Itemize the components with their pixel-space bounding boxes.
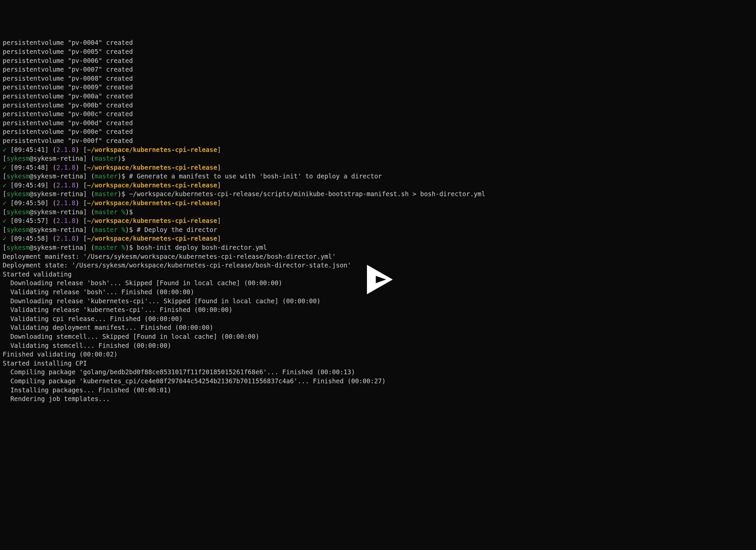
prompt-version: 2.1.8 — [56, 199, 75, 207]
prompt-dirty-flag: % — [118, 244, 125, 251]
output-text: persistentvolume "pv-0006" created — [3, 57, 133, 64]
prompt-host: sykesm-retina — [33, 226, 83, 233]
terminal-line: Validating stemcell... Finished (00:00:0… — [3, 341, 753, 350]
output-text: Rendering job templates... — [3, 395, 110, 402]
terminal-line: persistentvolume "pv-000c" created — [3, 109, 753, 119]
prompt-path: ~/workspace/kubernetes-cpi-release — [87, 164, 217, 171]
prompt-dollar: $ — [122, 172, 129, 180]
output-text: persistentvolume "pv-000b" created — [3, 101, 133, 109]
terminal-line: Compiling package 'golang/bedb2bd0f88ce8… — [3, 368, 753, 377]
prompt-version: 2.1.8 — [56, 217, 75, 224]
prompt-branch: master — [95, 155, 118, 162]
prompt-host: sykesm-retina — [33, 155, 83, 162]
terminal-line: persistentvolume "pv-0007" created — [3, 65, 753, 74]
output-text: Downloading stemcell... Skipped [Found i… — [3, 333, 259, 340]
prompt-host: sykesm-retina — [33, 244, 83, 251]
prompt-path: ~/workspace/kubernetes-cpi-release — [87, 217, 217, 224]
check-icon: ✓ — [3, 217, 10, 224]
terminal-line: ✓ [09:45:50] (2.1.8) [~/workspace/kubern… — [3, 199, 753, 208]
output-text: Deployment manifest: '/Users/sykesm/work… — [3, 253, 336, 260]
terminal-line: persistentvolume "pv-000a" created — [3, 92, 753, 101]
terminal-line: persistentvolume "pv-0006" created — [3, 56, 753, 65]
output-text: Started installing CPI — [3, 360, 87, 367]
output-text: Validating deployment manifest... Finish… — [3, 324, 213, 331]
output-text: Deployment state: '/Users/sykesm/workspa… — [3, 261, 351, 269]
prompt-user: sykesm — [6, 190, 29, 198]
prompt-path: ~/workspace/kubernetes-cpi-release — [87, 181, 217, 189]
terminal-line: persistentvolume "pv-0008" created — [3, 74, 753, 83]
terminal-line: [sykesm@sykesm-retina] (master)$ — [3, 154, 753, 163]
terminal-line: ✓ [09:45:41] (2.1.8) [~/workspace/kubern… — [3, 145, 753, 154]
prompt-dollar: $ — [122, 155, 129, 162]
prompt-branch: master — [95, 208, 118, 216]
prompt-dollar: $ — [129, 208, 137, 216]
prompt-dollar: $ — [122, 190, 129, 198]
play-button[interactable] — [360, 243, 396, 307]
output-text: Compiling package 'golang/bedb2bd0f88ce8… — [3, 368, 355, 376]
terminal-line: persistentvolume "pv-000e" created — [3, 127, 753, 136]
output-text: Validating cpi release... Finished (00:0… — [3, 315, 183, 322]
prompt-user: sykesm — [6, 155, 29, 162]
output-text: persistentvolume "pv-0009" created — [3, 83, 133, 91]
prompt-dollar: $ — [129, 226, 137, 233]
terminal-line: persistentvolume "pv-000f" created — [3, 136, 753, 145]
output-text: persistentvolume "pv-0005" created — [3, 48, 133, 55]
play-icon — [360, 261, 396, 298]
check-icon: ✓ — [3, 146, 10, 153]
terminal-line: persistentvolume "pv-0004" created — [3, 38, 753, 47]
check-icon: ✓ — [3, 235, 10, 242]
terminal-output: persistentvolume "pv-0004" createdpersis… — [3, 38, 753, 403]
prompt-time: [09:45:50] — [10, 199, 53, 207]
output-text: Validating release 'bosh'... Finished (0… — [3, 288, 194, 296]
terminal-line: Compiling package 'kubernetes_cpi/ce4e08… — [3, 377, 753, 386]
prompt-dirty-flag: % — [118, 208, 125, 216]
terminal-line: ✓ [09:45:58] (2.1.8) [~/workspace/kubern… — [3, 234, 753, 243]
prompt-host: sykesm-retina — [33, 208, 83, 216]
terminal-line: Installing packages... Finished (00:00:0… — [3, 386, 753, 395]
terminal-line: Downloading stemcell... Skipped [Found i… — [3, 332, 753, 341]
output-text: persistentvolume "pv-0007" created — [3, 66, 133, 73]
terminal-line: [sykesm@sykesm-retina] (master %)$ — [3, 208, 753, 217]
check-icon: ✓ — [3, 164, 10, 171]
check-icon: ✓ — [3, 199, 10, 207]
check-icon: ✓ — [3, 181, 10, 189]
prompt-user: sykesm — [6, 226, 29, 233]
prompt-path: ~/workspace/kubernetes-cpi-release — [87, 199, 217, 207]
terminal-line: persistentvolume "pv-0005" created — [3, 47, 753, 56]
terminal-line: ✓ [09:45:48] (2.1.8) [~/workspace/kubern… — [3, 163, 753, 172]
prompt-dirty-flag: % — [118, 226, 125, 233]
terminal-line: Validating deployment manifest... Finish… — [3, 323, 753, 332]
output-text: persistentvolume "pv-0004" created — [3, 39, 133, 46]
output-text: Validating release 'kubernetes-cpi'... F… — [3, 306, 232, 313]
prompt-path: ~/workspace/kubernetes-cpi-release — [87, 146, 217, 153]
terminal-line: persistentvolume "pv-000b" created — [3, 101, 753, 110]
output-text: persistentvolume "pv-0008" created — [3, 75, 133, 82]
terminal-line: [sykesm@sykesm-retina] (master)$ # Gener… — [3, 172, 753, 181]
prompt-time: [09:45:49] — [10, 181, 53, 189]
prompt-time: [09:45:41] — [10, 146, 53, 153]
command-text: bosh-init deploy bosh-director.yml — [137, 244, 267, 251]
prompt-version: 2.1.8 — [56, 181, 75, 189]
output-text: Validating stemcell... Finished (00:00:0… — [3, 342, 171, 349]
terminal-line: [sykesm@sykesm-retina] (master)$ ~/works… — [3, 189, 753, 199]
terminal-line: ✓ [09:45:49] (2.1.8) [~/workspace/kubern… — [3, 181, 753, 190]
output-text: persistentvolume "pv-000f" created — [3, 137, 133, 144]
prompt-path: ~/workspace/kubernetes-cpi-release — [87, 235, 217, 242]
output-text: Downloading release 'kubernetes-cpi'... … — [3, 297, 320, 305]
terminal-line: Validating cpi release... Finished (00:0… — [3, 314, 753, 323]
terminal-line: Rendering job templates... — [3, 394, 753, 403]
prompt-time: [09:45:57] — [10, 217, 53, 224]
prompt-version: 2.1.8 — [56, 146, 75, 153]
command-text: # Generate a manifest to use with 'bosh-… — [129, 172, 382, 180]
output-text: Installing packages... Finished (00:00:0… — [3, 386, 171, 394]
prompt-version: 2.1.8 — [56, 235, 75, 242]
prompt-user: sykesm — [6, 244, 29, 251]
terminal-line: ✓ [09:45:57] (2.1.8) [~/workspace/kubern… — [3, 216, 753, 225]
terminal-line: [sykesm@sykesm-retina] (master %)$ # Dep… — [3, 225, 753, 234]
output-text: persistentvolume "pv-000d" created — [3, 119, 133, 127]
terminal-line: Finished validating (00:00:02) — [3, 350, 753, 359]
command-text: ~/workspace/kubernetes-cpi-release/scrip… — [129, 190, 485, 198]
prompt-user: sykesm — [6, 208, 29, 216]
prompt-host: sykesm-retina — [33, 172, 83, 180]
prompt-host: sykesm-retina — [33, 190, 83, 198]
